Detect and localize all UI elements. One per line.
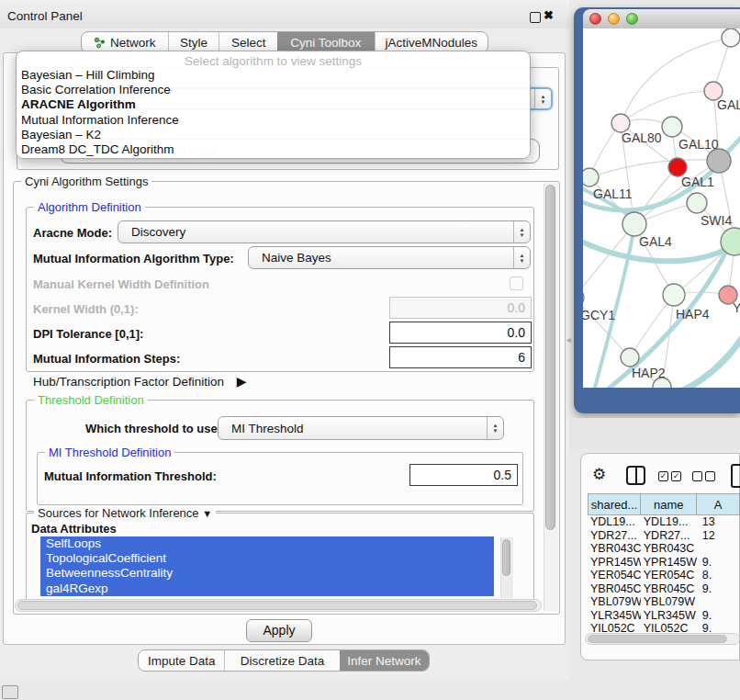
apply-button[interactable]: Apply (246, 619, 312, 642)
table-row[interactable]: YBL079WYBL079W (588, 595, 740, 609)
manual-kernel-checkbox[interactable] (510, 277, 523, 290)
dpi-tolerance-field[interactable]: 0.0 (389, 322, 532, 344)
minimize-traffic-light[interactable] (608, 13, 620, 25)
mi-threshold-field[interactable]: 0.5 (409, 464, 518, 486)
algorithm-option[interactable]: Bayesian – Hill Climbing (17, 68, 530, 83)
splitter-arrow-icon[interactable]: ◄ (565, 335, 573, 344)
table-row[interactable]: YDL19...YDL19...13 (588, 515, 740, 529)
tab-select[interactable]: Select (219, 32, 277, 52)
network-node-gal10[interactable] (662, 117, 682, 137)
sources-legend[interactable]: Sources for Network Inference ▼ (34, 506, 216, 520)
gear-icon[interactable]: ⚙ (592, 465, 606, 484)
table-cell: YDL19... (588, 515, 641, 529)
column-header[interactable]: name (641, 493, 697, 515)
unchecked-box-icon[interactable] (692, 471, 702, 481)
close-icon[interactable]: ✖ (544, 8, 554, 22)
zoom-traffic-light[interactable] (626, 13, 638, 25)
control-panel-titlebar: Control Panel ✖ (0, 0, 569, 28)
table-cell: YBR045C (588, 582, 641, 596)
table-cell: 12 (697, 529, 740, 543)
table-cell: 13 (697, 515, 740, 529)
control-panel-window: Control Panel ✖ NetworkStyleSelectCyni T… (0, 0, 569, 680)
table-cell: YBL079W (588, 595, 641, 609)
bottom-tabs: Impute DataDiscretize DataInfer Network (138, 649, 430, 672)
network-node-hap2[interactable] (621, 348, 639, 367)
columns-icon[interactable] (626, 466, 645, 485)
bottom-tab-discretize-data[interactable]: Discretize Data (224, 650, 339, 671)
algorithm-option[interactable]: Bayesian – K2 (17, 128, 530, 142)
column-header[interactable]: A (697, 493, 740, 515)
combo-stepper-icon: ▲▼ (513, 221, 530, 243)
collapsed-panel-icon[interactable] (2, 685, 18, 699)
algorithm-option[interactable]: ARACNE Algorithm (17, 97, 530, 112)
combo-stepper-icon: ▲▼ (487, 417, 503, 439)
table-cell: YLR345W (588, 609, 641, 623)
sources-legend-text: Sources for Network Inference (38, 506, 199, 520)
bottom-tab-impute-data[interactable]: Impute Data (139, 650, 224, 671)
combo-stepper-icon: ▲▼ (534, 89, 551, 108)
aracne-mode-label: Aracne Mode: (33, 226, 112, 240)
data-attribute-item[interactable]: SelfLoops (40, 536, 494, 551)
settings-hscrollbar-thumb[interactable] (17, 601, 537, 610)
network-canvas[interactable]: GALGAL80GAL10GAL1GAL11SWI4GAL4GCY1HAP4YH… (583, 28, 740, 388)
table-cell: YDL19... (641, 515, 697, 529)
algorithm-option[interactable]: Basic Correlation Inference (17, 83, 530, 97)
algorithm-option[interactable]: Dream8 DC_TDC Algorithm (17, 142, 530, 157)
tab-cyni-toolbox[interactable]: Cyni Toolbox (277, 32, 375, 52)
table-cell: YDR27... (641, 529, 697, 543)
network-node-hap4[interactable] (663, 284, 685, 306)
data-attribute-item[interactable]: TopologicalCoefficient (40, 551, 494, 566)
table-row[interactable]: YDR27...YDR27...12 (588, 529, 740, 543)
page-icon[interactable] (731, 464, 740, 488)
data-attribute-item[interactable]: gal4RGexp (40, 581, 494, 596)
kernel-width-field[interactable]: 0.0 (389, 297, 532, 319)
which-threshold-combo[interactable]: MI Threshold ▲▼ (218, 416, 504, 440)
float-window-icon[interactable] (530, 12, 541, 23)
node-label: HAP2 (632, 366, 666, 380)
settings-scrollbar-thumb[interactable] (545, 185, 555, 530)
mi-type-combo[interactable]: Naive Bayes ▲▼ (248, 246, 531, 269)
network-node[interactable] (707, 149, 731, 173)
expanded-arrow-icon: ▼ (202, 508, 212, 519)
kernel-width-label: Kernel Width (0,1): (33, 302, 139, 316)
network-node[interactable] (722, 28, 740, 47)
aracne-mode-combo[interactable]: Discovery ▲▼ (118, 220, 531, 243)
table-row[interactable]: YLR345WYLR345W9. (588, 609, 740, 623)
network-window-titlebar[interactable] (583, 9, 740, 28)
column-header[interactable]: shared... (588, 493, 641, 515)
table-cell: 9. (697, 582, 740, 596)
network-node-gal4[interactable] (622, 212, 646, 236)
mi-threshold-legend: MI Threshold Definition (45, 446, 174, 459)
table-row[interactable]: YBR043CYBR043C (588, 542, 740, 556)
table-panel-header: Table Panel (569, 418, 740, 449)
tab-network[interactable]: Network (82, 32, 168, 52)
unchecked-box-icon[interactable] (705, 471, 715, 481)
network-node-gal80[interactable] (611, 114, 630, 132)
tab-style[interactable]: Style (168, 32, 219, 52)
network-node-gal1[interactable] (668, 158, 687, 176)
node-label: GAL80 (622, 130, 662, 145)
hub-definition-toggle[interactable]: Hub/Transcription Factor Definition ▶ (33, 374, 247, 389)
tab-jactivemnodules[interactable]: jActiveMNodules (375, 32, 488, 52)
node-label: SWI4 (701, 213, 732, 228)
table-hscrollbar-thumb[interactable] (588, 635, 727, 643)
network-node-swi4[interactable] (687, 193, 707, 213)
algorithm-option[interactable]: Mutual Information Inference (17, 113, 530, 128)
tab-label: Network (110, 36, 156, 50)
mi-steps-field[interactable]: 6 (389, 346, 532, 368)
bottom-tab-infer-network[interactable]: Infer Network (340, 650, 429, 671)
mi-type-label: Mutual Information Algorithm Type: (33, 252, 234, 265)
checked-box-icon[interactable]: ✓ (671, 471, 681, 481)
table-row[interactable]: YER054CYER054C8. (588, 569, 740, 582)
manual-kernel-label: Manual Kernel Width Definition (33, 277, 209, 291)
network-icon (94, 37, 106, 49)
table-row[interactable]: YBR045CYBR045C9. (588, 582, 740, 596)
combo-stepper-icon: ▲▼ (513, 247, 530, 268)
network-node-gal11[interactable] (583, 168, 599, 186)
table-row[interactable]: YPR145WYPR145W9. (588, 556, 740, 570)
attributes-scrollbar-thumb[interactable] (502, 539, 510, 576)
data-attribute-item[interactable]: BetweennessCentrality (40, 566, 494, 581)
checked-box-icon[interactable]: ✓ (658, 471, 668, 481)
close-traffic-light[interactable] (589, 13, 601, 25)
network-node-gcy1[interactable] (583, 288, 584, 308)
